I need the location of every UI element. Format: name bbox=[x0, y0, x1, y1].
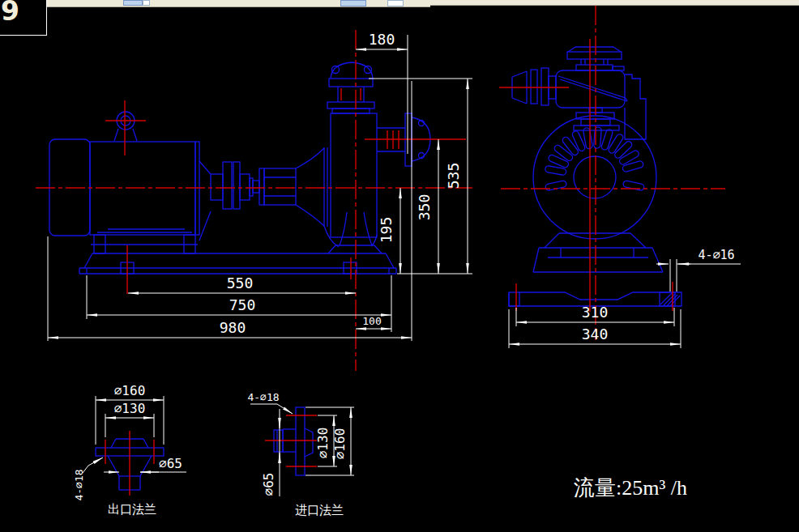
dim-outlet-bore: ∅65 bbox=[159, 456, 182, 471]
inlet-flange-label: 进口法兰 bbox=[295, 503, 344, 517]
pump-end bbox=[512, 47, 646, 139]
pump-casing bbox=[296, 62, 430, 253]
motor-end bbox=[533, 116, 656, 239]
side-dimensions: 180 535 350 195 550 750 980 bbox=[48, 31, 472, 341]
spec-flow: 流量:25m³ /h bbox=[574, 475, 769, 502]
dim-980: 980 bbox=[220, 319, 246, 336]
dim-750: 750 bbox=[229, 296, 256, 313]
outlet-flange-label: 出口法兰 bbox=[108, 502, 156, 516]
dim-inlet-bcd: ∅130 bbox=[315, 428, 331, 459]
dim-550: 550 bbox=[227, 275, 254, 292]
inlet-flange-detail: ∅65 ∅130 ∅160 4-∅18 进口法兰 bbox=[247, 391, 354, 517]
cad-window: 9 bbox=[0, 0, 799, 532]
dim-180: 180 bbox=[369, 31, 395, 48]
dim-195: 195 bbox=[378, 217, 395, 244]
vent-slots bbox=[545, 127, 644, 191]
dim-100: 100 bbox=[362, 315, 381, 327]
coupling-assembly bbox=[199, 161, 296, 240]
dim-350: 350 bbox=[416, 194, 433, 221]
dim-outlet-bcd: ∅130 bbox=[114, 401, 146, 416]
dim-outlet-holes: 4-∅18 bbox=[73, 469, 85, 500]
dim-inlet-holes: 4-∅18 bbox=[247, 391, 279, 403]
dim-inlet-od: ∅160 bbox=[332, 428, 348, 460]
dim-310: 310 bbox=[582, 304, 609, 321]
dim-535: 535 bbox=[445, 163, 462, 189]
end-view: 310 340 4-∅16 bbox=[499, 6, 741, 348]
side-centerlines bbox=[36, 30, 472, 371]
dim-inlet-bore: ∅65 bbox=[261, 473, 276, 496]
side-view: 180 535 350 195 550 750 980 bbox=[36, 30, 472, 371]
spec-block: 流量:25m³ /h 扬程:32m 电机功率：5. 5kW-2P 电机转速：29… bbox=[574, 419, 769, 532]
dim-340: 340 bbox=[582, 326, 609, 343]
outlet-flange-detail: ∅160 ∅130 ∅65 4-∅18 出口法兰 bbox=[73, 383, 186, 516]
end-dimensions: 310 340 4-∅16 bbox=[509, 248, 741, 348]
dim-outlet-od: ∅160 bbox=[114, 383, 146, 398]
dim-foot-holes: 4-∅16 bbox=[698, 248, 734, 262]
